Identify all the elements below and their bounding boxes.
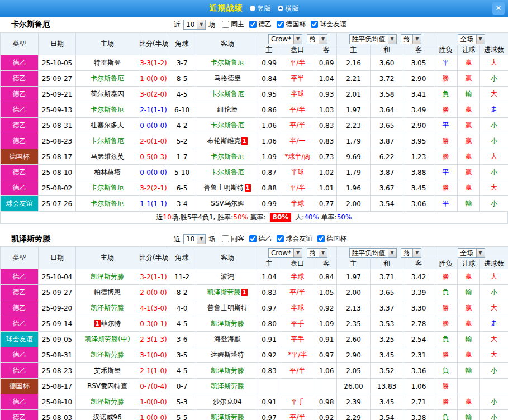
chevron-down-icon: ▼ <box>319 249 327 257</box>
result-cell: 負 <box>434 332 458 347</box>
filter-checkbox[interactable] <box>277 235 284 242</box>
bookmaker-select[interactable]: Crow* ▼ <box>268 34 302 44</box>
select-value: 胜平负均值 <box>350 35 388 44</box>
handicap-cell: 半球 <box>279 87 316 102</box>
corner-cell: 3-5 <box>168 347 196 363</box>
filter-checkbox[interactable] <box>311 21 318 28</box>
date-cell: 25-09-27 <box>39 71 76 87</box>
score-text: 0-0(0-0) <box>140 122 167 130</box>
away-odds-cell: 0.97 <box>316 347 337 363</box>
chevron-down-icon: ▼ <box>293 249 302 257</box>
avg-home-cell: 2.23 <box>337 118 371 133</box>
filter-checkbox[interactable] <box>277 21 284 28</box>
corner-cell: 4-5 <box>168 87 196 102</box>
goals-result-cell: 小 <box>480 165 508 180</box>
away-odds-cell: 0.83 <box>316 133 337 149</box>
home-odds-cell: 1.09 <box>259 149 279 165</box>
home-team-cell: 卡尔斯鲁厄 <box>76 133 139 149</box>
sub-col-result: 胜负 <box>434 259 458 269</box>
league-filter[interactable]: 同主 <box>222 20 244 29</box>
avg-away-cell: 3.38 <box>403 410 434 420</box>
handicap-result-cell: 赢 <box>458 71 480 87</box>
result-cell: 勝 <box>434 149 458 165</box>
league-filter[interactable]: 德乙 <box>249 20 272 29</box>
avg-away-cell: 3.42 <box>403 269 434 285</box>
radio-icon[interactable] <box>250 6 255 11</box>
match-count-select[interactable]: 10 ▼ <box>183 234 206 244</box>
league-filter[interactable]: 德乙 <box>249 234 272 244</box>
home-team-cell: 凯泽斯劳滕 <box>76 347 139 363</box>
filter-label: 德乙 <box>258 20 272 29</box>
corner-cell: 0-7 <box>168 379 196 394</box>
score-cell: 1-1(1-1) <box>139 196 168 212</box>
away-team-cell: 布轮斯维克1 <box>196 133 259 149</box>
avg-away-cell: 3.49 <box>403 102 434 118</box>
odds-stage-select[interactable]: 终 ▼ <box>307 34 327 44</box>
handicap-result-cell: 赢 <box>458 180 480 196</box>
team-name-text: 凯泽斯劳滕 <box>91 304 124 312</box>
league-filter[interactable]: 德国杯 <box>277 20 306 29</box>
filter-bar: 近 10 ▼ 场 同主德乙德国杯球会友谊 <box>172 20 346 30</box>
avg-odds-select[interactable]: 胜平负均值 ▼ <box>349 248 397 258</box>
date-cell: 25-09-13 <box>39 102 76 118</box>
away-team-cell: 海登海默 <box>196 332 259 347</box>
filter-checkbox[interactable] <box>249 235 257 242</box>
avg-odds-select[interactable]: 胜平负均值 ▼ <box>349 34 397 44</box>
layout-radio[interactable]: 横版 <box>278 4 299 13</box>
league-filter[interactable]: 球会友谊 <box>277 234 312 244</box>
select-value: 全场 <box>458 35 476 44</box>
close-button[interactable]: ✕ <box>492 2 505 15</box>
summary-segment: 50% <box>337 213 352 221</box>
match-row: 德乙25-10-05特雷斯登3-3(1-2)3-7卡尔斯鲁厄0.99平/半0.8… <box>1 55 508 71</box>
layout-radio[interactable]: 竖版 <box>250 4 271 13</box>
filter-checkbox[interactable] <box>249 21 257 28</box>
avg-home-cell: 1.79 <box>337 165 371 180</box>
away-team-cell: 达姆斯塔特 <box>196 347 259 363</box>
date-cell: 25-08-31 <box>39 347 76 363</box>
sub-col-avg-draw: 和 <box>371 259 403 269</box>
sub-col-goals: 进球数 <box>480 259 508 269</box>
filter-checkbox[interactable] <box>317 235 325 242</box>
away-team-cell: 凯泽斯劳滕 <box>196 363 259 379</box>
score-text: 4-1(3-0) <box>140 304 167 312</box>
score-cell: 2-0(0-0) <box>139 285 168 300</box>
avg-away-cell: 3.30 <box>403 300 434 316</box>
league-filter[interactable]: 同客 <box>222 234 244 244</box>
match-count-select[interactable]: 10 ▼ <box>183 20 206 30</box>
avg-draw-cell: 3.58 <box>371 87 403 102</box>
select-value: 胜平负均值 <box>350 249 388 257</box>
corner-cell: 6-5 <box>168 180 196 196</box>
avg-stage-select[interactable]: 终 ▼ <box>401 34 421 44</box>
avg-stage-select[interactable]: 终 ▼ <box>401 248 421 258</box>
league-filter[interactable]: 球会友谊 <box>311 20 346 29</box>
odds-stage-select[interactable]: 终 ▼ <box>307 248 327 258</box>
filter-checkbox[interactable] <box>222 235 229 242</box>
col-header-away: 客场 <box>196 33 259 55</box>
col-header-score: 比分(半场) <box>139 247 168 269</box>
league-cell: 德乙 <box>1 71 39 87</box>
away-odds-cell: 1.03 <box>316 102 337 118</box>
handicap-cell: 平手 <box>279 394 316 410</box>
match-row: 球会友谊25-07-26卡尔斯鲁厄1-1(1-1)3-4SSV乌尔姆0.99半球… <box>1 196 508 212</box>
goals-result-cell: 小 <box>480 363 508 379</box>
radio-icon[interactable] <box>278 6 283 11</box>
corner-cell: 1-7 <box>168 149 196 165</box>
away-team-cell: 波鸿 <box>196 269 259 285</box>
score-text: 0-3(0-1) <box>140 320 167 328</box>
select-value: 10 <box>184 235 197 244</box>
result-cell: 勝 <box>434 102 458 118</box>
summary-segment: 10 <box>163 213 172 221</box>
fulltime-select[interactable]: 全场 ▼ <box>458 34 485 44</box>
league-cell: 德乙 <box>1 55 39 71</box>
league-filter[interactable]: 德国杯 <box>317 234 346 244</box>
team-name-text: 海登海默 <box>214 335 241 343</box>
fulltime-select[interactable]: 全场 ▼ <box>458 248 485 258</box>
odds-group-header: Crow* ▼ 终 ▼ <box>259 247 337 259</box>
score-text: 2-1(1-0) <box>140 367 167 375</box>
near-label: 近 <box>174 235 181 244</box>
sub-col-avg-home: 主 <box>337 45 371 55</box>
bookmaker-select[interactable]: Crow* ▼ <box>268 248 302 258</box>
handicap-cell: 平手 <box>279 316 316 332</box>
window-title-bar: 近期战绩 竖版横版 ✕ <box>0 0 508 17</box>
filter-checkbox[interactable] <box>222 21 229 28</box>
